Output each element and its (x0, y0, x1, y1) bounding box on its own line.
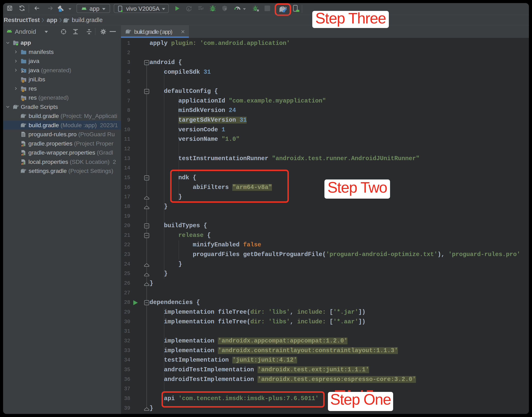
svg-text:A: A (187, 8, 190, 11)
